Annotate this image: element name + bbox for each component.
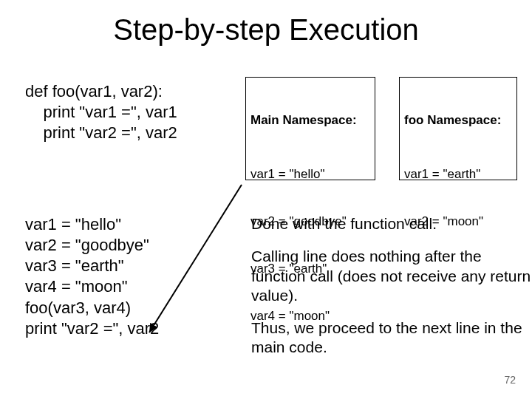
main-namespace-box: Main Namespace: var1 = "hello" var2 = "g… — [245, 77, 375, 180]
namespace-var: var1 = "hello" — [250, 166, 370, 182]
explanation-paragraph: Thus, we proceed to the next line in the… — [251, 318, 532, 358]
svg-line-0 — [149, 185, 242, 332]
slide: Step-by-step Execution def foo(var1, var… — [0, 0, 532, 399]
function-def-code: def foo(var1, var2): print "var1 =", var… — [25, 81, 177, 143]
code-line: var2 = "goodbye" — [25, 236, 149, 254]
namespace-var: var1 = "earth" — [404, 166, 512, 182]
code-line: def foo(var1, var2): — [25, 82, 163, 100]
namespace-header: Main Namespace: — [250, 112, 370, 128]
explanation-paragraph: Done with the function call. — [251, 214, 532, 233]
slide-title: Step-by-step Execution — [0, 13, 532, 47]
arrow-icon — [142, 185, 245, 340]
code-line: var1 = "hello" — [25, 215, 121, 233]
code-line: foo(var3, var4) — [25, 299, 131, 317]
namespace-header: foo Namespace: — [404, 112, 512, 128]
foo-namespace-box: foo Namespace: var1 = "earth" var2 = "mo… — [399, 77, 517, 180]
explanation-paragraph: Calling line does nothing after the func… — [251, 247, 532, 305]
code-line: var4 = "moon" — [25, 277, 128, 296]
explanation-text: Done with the function call. Calling lin… — [251, 214, 532, 371]
main-code: var1 = "hello" var2 = "goodbye" var3 = "… — [25, 214, 159, 339]
code-line: print "var2 =", var2 — [25, 319, 159, 338]
code-line: print "var1 =", var1 — [25, 103, 177, 121]
code-line: print "var2 =", var2 — [25, 123, 177, 142]
code-line: var3 = "earth" — [25, 256, 124, 275]
page-number: 72 — [504, 374, 516, 386]
